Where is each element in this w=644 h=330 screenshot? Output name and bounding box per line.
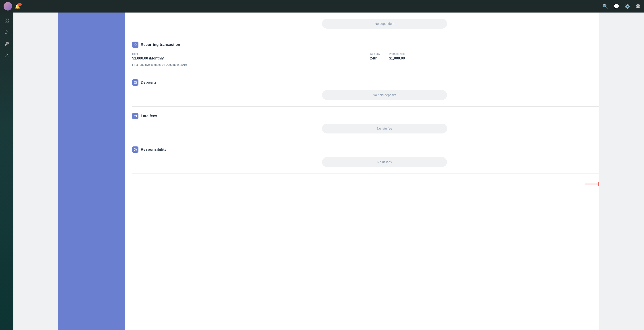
rent-col: Rent $1,000.00 /Monthly — [132, 52, 361, 60]
svg-rect-0 — [636, 4, 638, 5]
due-day-value: 24th — [370, 56, 380, 60]
due-day-label: Due day — [370, 52, 380, 55]
svg-point-8 — [6, 54, 8, 55]
main-content: No dependent Recurring transaction Rent … — [125, 13, 644, 330]
responsibility-title: Responsibility — [141, 147, 166, 152]
sidebar-item-tools[interactable] — [2, 39, 12, 49]
continue-wrap: continue — [132, 179, 637, 189]
svg-rect-9 — [134, 82, 137, 83]
svg-rect-4 — [5, 19, 6, 20]
no-late-fee-pill: No late fee — [322, 124, 447, 133]
svg-rect-7 — [7, 21, 8, 22]
blue-panel — [58, 13, 125, 330]
recurring-header: Recurring transaction — [132, 42, 637, 48]
prorated-value: $1,000.00 — [389, 56, 618, 60]
notification-badge: 2 — [18, 3, 22, 6]
late-fees-title: Late fees — [141, 114, 157, 118]
recurring-icon — [132, 42, 138, 48]
profile-menu-icon[interactable] — [636, 3, 640, 10]
no-dependent-section: No dependent — [132, 13, 637, 35]
responsibility-header: Responsibility — [132, 146, 637, 153]
topbar: 🔔 2 🔍 💬 ⚙️ — [0, 0, 644, 13]
topbar-right: 🔍 💬 ⚙️ — [603, 3, 640, 10]
svg-rect-1 — [638, 4, 640, 5]
due-day-col: Due day 24th — [370, 52, 380, 60]
svg-rect-3 — [638, 6, 640, 7]
recurring-title: Recurring transaction — [141, 43, 180, 47]
chat-icon[interactable]: 💬 — [614, 4, 619, 9]
sidebar-item-person[interactable] — [2, 51, 12, 60]
deposits-header: Deposits — [132, 79, 637, 86]
responsibility-section: Responsibility No utilities — [132, 140, 637, 174]
rent-value: $1,000.00 /Monthly — [132, 56, 361, 60]
search-icon[interactable]: 🔍 — [603, 4, 608, 9]
late-fees-header: Late fees — [132, 113, 637, 119]
secondary-sidebar — [14, 13, 58, 330]
no-utilities-pill: No utilities — [322, 157, 447, 167]
svg-rect-10 — [134, 115, 137, 117]
no-deposits-pill: No paid deposits — [322, 90, 447, 100]
rent-grid: Rent $1,000.00 /Monthly Due day 24th Pro… — [132, 52, 637, 60]
sidebar — [0, 0, 14, 330]
right-panel — [599, 13, 644, 330]
responsibility-icon — [132, 146, 138, 153]
deposits-title: Deposits — [141, 80, 157, 85]
avatar[interactable] — [4, 2, 12, 11]
prorated-col: Prorated rent $1,000.00 — [389, 52, 618, 60]
deposits-icon — [132, 79, 138, 86]
notification-bell[interactable]: 🔔 2 — [15, 4, 20, 9]
svg-rect-6 — [5, 21, 6, 22]
sidebar-item-grid[interactable] — [2, 16, 12, 26]
late-fees-icon — [132, 113, 138, 119]
prorated-label: Prorated rent — [389, 52, 618, 55]
svg-rect-2 — [636, 6, 638, 7]
sidebar-item-sync[interactable] — [2, 27, 12, 37]
recurring-transaction-section: Recurring transaction Rent $1,000.00 /Mo… — [132, 35, 637, 73]
no-dependent-pill: No dependent — [322, 19, 447, 29]
svg-rect-5 — [7, 19, 8, 20]
deposits-section: Deposits No paid deposits — [132, 73, 637, 106]
rent-label: Rent — [132, 52, 361, 55]
settings-icon[interactable]: ⚙️ — [624, 4, 630, 9]
topbar-left: 🔔 2 — [4, 2, 20, 11]
late-fees-section: Late fees No late fee — [132, 107, 637, 140]
first-invoice-date: First rent invoice date: 24 December, 20… — [132, 63, 637, 66]
